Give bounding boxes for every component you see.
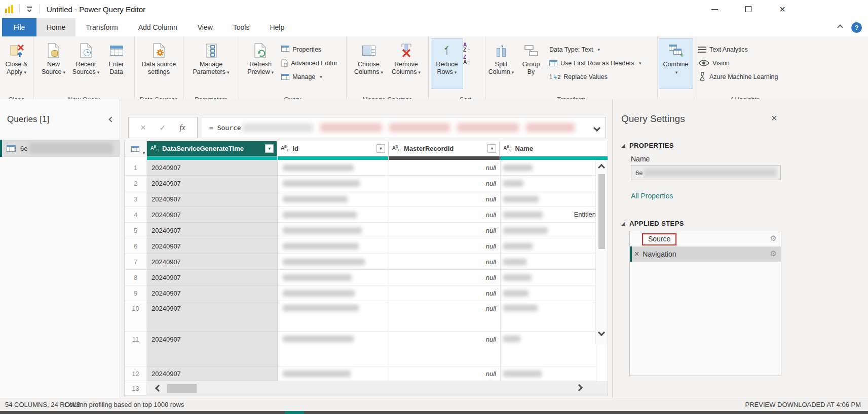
horizontal-scrollbar[interactable] [147, 381, 608, 396]
cell-id-redacted[interactable] [278, 207, 389, 223]
maximize-button[interactable] [734, 0, 763, 18]
cell-name-redacted[interactable] [501, 285, 596, 301]
column-header-id[interactable]: ABC Id ▾ [277, 141, 389, 156]
manage-parameters-button[interactable]: Manage Parameters▾ [187, 38, 236, 96]
vertical-scrollbar[interactable] [595, 160, 608, 345]
cell-generate-time[interactable]: 20240907 [147, 176, 278, 191]
azure-machine-learning-button[interactable]: Azure Machine Learning [694, 70, 782, 84]
row-number[interactable]: 5 [125, 223, 147, 238]
cell-generate-time[interactable]: 20240907 [147, 223, 278, 238]
row-number[interactable]: 11 [125, 332, 147, 366]
tab-transform[interactable]: Transform [76, 18, 128, 36]
row-number[interactable]: 12 [125, 366, 147, 381]
cell-master-record-id[interactable]: null [389, 207, 501, 223]
scroll-left-icon[interactable] [155, 385, 162, 392]
collapse-ribbon-icon[interactable] [837, 24, 843, 30]
scroll-up-icon[interactable] [598, 164, 605, 171]
cell-generate-time[interactable]: 20240907 [147, 270, 278, 285]
cell-generate-time[interactable]: 20240907 [147, 332, 278, 366]
cell-master-record-id[interactable]: null [389, 191, 501, 207]
tab-help[interactable]: Help [259, 18, 294, 36]
split-column-button[interactable]: ▾ Split Column▾ [485, 38, 517, 96]
scrollbar-thumb[interactable] [598, 174, 605, 249]
column-filter-dropdown[interactable]: ▾ [487, 144, 496, 153]
cell-generate-time[interactable]: 20240907 [147, 285, 278, 301]
data-type-button[interactable]: Data Type: Text▾ [545, 43, 645, 56]
cell-id-redacted[interactable] [278, 191, 389, 207]
tab-view[interactable]: View [187, 18, 223, 36]
vision-button[interactable]: Vision [694, 56, 782, 70]
cell-master-record-id[interactable]: null [389, 270, 501, 285]
column-header-dataservicegeneratetime[interactable]: ABC DataServiceGenerateTime ▾ [147, 141, 277, 156]
cell-master-record-id[interactable]: null [389, 285, 501, 301]
recent-sources-button[interactable]: Recent Sources▾ [70, 38, 102, 96]
step-settings-gear-icon[interactable]: ⚙ [770, 249, 777, 258]
row-number[interactable]: 7 [125, 254, 147, 270]
commit-formula-icon[interactable]: ✓ [159, 123, 166, 133]
cell-name-redacted[interactable] [501, 366, 596, 381]
cell-master-record-id[interactable]: null [389, 301, 501, 332]
row-number[interactable]: 4 [125, 207, 147, 223]
expand-formula-bar-icon[interactable] [593, 125, 600, 132]
cell-generate-time[interactable]: 20240907 [147, 254, 278, 270]
column-header-masterrecordid[interactable]: ABC MasterRecordId ▾ [389, 141, 500, 156]
select-all-corner[interactable]: ▾ [125, 141, 147, 156]
remove-columns-button[interactable]: Remove Columns▾ [388, 38, 425, 96]
cell-id-redacted[interactable] [278, 270, 389, 285]
cell-id-redacted[interactable] [278, 176, 389, 191]
query-list-item[interactable]: 6e [0, 140, 120, 157]
cell-id-redacted[interactable] [278, 254, 389, 270]
cell-name-redacted[interactable] [501, 223, 596, 238]
help-icon[interactable]: ? [851, 22, 862, 33]
cell-id-redacted[interactable] [278, 238, 389, 254]
cell-master-record-id[interactable]: null [389, 176, 501, 191]
cell-generate-time[interactable]: 20240907 [147, 207, 278, 223]
step-settings-gear-icon[interactable]: ⚙ [770, 234, 777, 243]
quick-access-dropdown-icon[interactable] [25, 7, 34, 12]
minimize-button[interactable] [700, 0, 729, 18]
new-source-button[interactable]: New Source▾ [37, 38, 70, 96]
applied-step-navigation[interactable]: × Navigation ⚙ [630, 246, 781, 262]
scroll-down-icon[interactable] [598, 329, 605, 336]
cell-master-record-id[interactable]: null [389, 332, 501, 366]
cell-name-redacted[interactable] [501, 191, 596, 207]
text-analytics-button[interactable]: Text Analytics [694, 43, 782, 56]
cell-id-redacted[interactable] [278, 285, 389, 301]
column-filter-dropdown[interactable]: ▾ [376, 144, 385, 153]
manage-button[interactable]: Manage▾ [277, 70, 342, 84]
row-number[interactable]: 2 [125, 176, 147, 191]
cell-name-redacted[interactable] [501, 254, 596, 270]
row-number[interactable]: 6 [125, 238, 147, 254]
cell-generate-time[interactable]: 20240907 [147, 366, 278, 381]
combine-button[interactable]: + Combine ▾ [659, 38, 693, 89]
cell-name-redacted[interactable]: Entitlen [501, 207, 596, 223]
cell-master-record-id[interactable]: null [389, 366, 501, 381]
all-properties-link[interactable]: All Properties [631, 192, 673, 200]
cell-master-record-id[interactable]: null [389, 223, 501, 238]
enter-data-button[interactable]: Enter Data [102, 38, 131, 96]
cell-name-redacted[interactable] [501, 301, 596, 332]
close-panel-icon[interactable]: × [771, 112, 777, 124]
cell-generate-time[interactable]: 20240907 [147, 160, 278, 176]
reduce-rows-button[interactable]: ✓ Reduce Rows▾ [431, 38, 463, 89]
row-number[interactable]: 1 [125, 160, 147, 176]
cancel-formula-icon[interactable]: × [140, 122, 146, 133]
cell-name-redacted[interactable] [501, 160, 596, 176]
applied-step-source[interactable]: Source ⚙ [630, 231, 781, 246]
cell-master-record-id[interactable]: null [389, 238, 501, 254]
row-number[interactable]: 3 [125, 191, 147, 207]
advanced-editor-button[interactable]: Advanced Editor [277, 56, 342, 70]
cell-name-redacted[interactable] [501, 176, 596, 191]
refresh-preview-button[interactable]: Refresh Preview▾ [244, 38, 277, 96]
sort-descending-button[interactable]: ZA ↓ [463, 54, 471, 66]
cell-id-redacted[interactable] [278, 223, 389, 238]
collapse-queries-panel-icon[interactable] [108, 116, 114, 122]
query-name-input[interactable]: 6e [631, 165, 781, 180]
cell-id-redacted[interactable] [278, 366, 389, 381]
cell-master-record-id[interactable]: null [389, 160, 501, 176]
use-first-row-as-headers-button[interactable]: Use First Row as Headers▾ [545, 56, 645, 70]
cell-id-redacted[interactable] [278, 332, 389, 366]
tab-file[interactable]: File [2, 18, 36, 36]
row-number[interactable]: 9 [125, 285, 147, 301]
cell-id-redacted[interactable] [278, 301, 389, 332]
